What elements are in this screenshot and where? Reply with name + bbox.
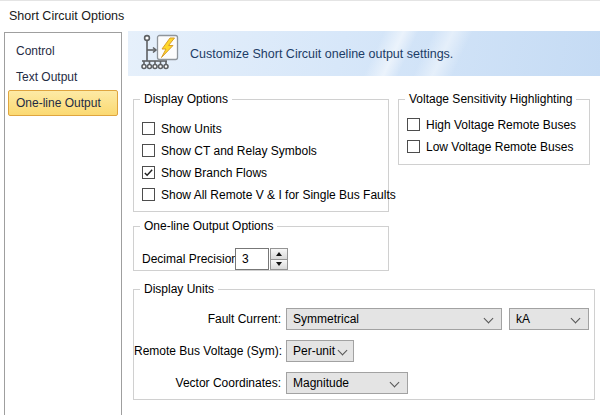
show-all-remote-checkbox[interactable] <box>142 188 155 201</box>
group-title: Display Options <box>140 92 232 106</box>
checkbox-row-show-all-remote: Show All Remote V & I for Single Bus Fau… <box>142 188 396 201</box>
up-arrow-icon <box>276 252 282 256</box>
oneline-output-options-group: One-line Output Options Decimal Precisio… <box>133 226 389 271</box>
display-options-group: Display Options Show Units Show CT and R… <box>133 99 389 212</box>
checkbox-label: Show Units <box>161 122 222 136</box>
dialog-titlebar: Short Circuit Options <box>0 1 600 31</box>
short-circuit-options-dialog: Short Circuit Options Control Text Outpu… <box>0 0 600 415</box>
header-banner: Customize Short Circuit oneline output s… <box>128 31 600 76</box>
group-title: Voltage Sensitivity Highlighting <box>405 92 576 106</box>
dialog-title: Short Circuit Options <box>9 9 124 23</box>
checkbox-label: Low Voltage Remote Buses <box>426 140 573 154</box>
sidebar-item-label: Text Output <box>16 70 77 84</box>
dropdown-value: Per-unit <box>293 344 335 358</box>
decimal-precision-input[interactable] <box>235 248 269 270</box>
decimal-precision-label: Decimal Precision: <box>142 252 241 266</box>
dropdown-value: Symmetrical <box>293 312 359 326</box>
show-branch-flows-checkbox[interactable] <box>142 166 155 179</box>
remote-bus-voltage-dropdown[interactable]: Per-unit <box>286 340 354 362</box>
oneline-lightning-icon <box>140 34 182 74</box>
checkbox-label: High Voltage Remote Buses <box>426 118 576 132</box>
checkbox-row-low-voltage: Low Voltage Remote Buses <box>407 140 576 153</box>
checkbox-row-show-ct-relay: Show CT and Relay Symbols <box>142 144 396 157</box>
fault-current-label: Fault Current: <box>134 308 281 330</box>
checkbox-row-show-branch-flows: Show Branch Flows <box>142 166 396 179</box>
show-units-checkbox[interactable] <box>142 122 155 135</box>
sidebar-item-text-output[interactable]: Text Output <box>8 64 118 90</box>
fault-current-dropdown[interactable]: Symmetrical <box>286 308 502 330</box>
fault-current-unit-dropdown[interactable]: kA <box>509 308 589 330</box>
group-title: Display Units <box>140 282 218 296</box>
remote-bus-voltage-label: Remote Bus Voltage (Sym): <box>134 340 281 362</box>
decimal-precision-spinner <box>235 248 288 270</box>
show-ct-relay-checkbox[interactable] <box>142 144 155 157</box>
spin-down-button[interactable] <box>270 259 288 271</box>
checkbox-label: Show CT and Relay Symbols <box>161 144 317 158</box>
high-voltage-remote-buses-checkbox[interactable] <box>407 118 420 131</box>
sidebar-item-control[interactable]: Control <box>8 38 118 64</box>
checkbox-label: Show Branch Flows <box>161 166 267 180</box>
spin-buttons <box>270 248 288 270</box>
dropdown-value: kA <box>516 312 530 326</box>
low-voltage-remote-buses-checkbox[interactable] <box>407 140 420 153</box>
vector-coordinates-label: Vector Coordinates: <box>134 372 281 394</box>
banner-description: Customize Short Circuit oneline output s… <box>190 47 453 61</box>
category-sidebar: Control Text Output One-line Output <box>4 32 122 415</box>
group-title: One-line Output Options <box>140 219 277 233</box>
checkbox-row-high-voltage: High Voltage Remote Buses <box>407 118 576 131</box>
voltage-sensitivity-group: Voltage Sensitivity Highlighting High Vo… <box>398 99 590 165</box>
vector-coordinates-dropdown[interactable]: Magnitude <box>286 372 408 394</box>
checkbox-row-show-units: Show Units <box>142 122 396 135</box>
display-units-group: Display Units Fault Current: Symmetrical… <box>133 289 595 400</box>
sidebar-item-one-line-output[interactable]: One-line Output <box>8 90 118 116</box>
sidebar-item-label: One-line Output <box>16 96 101 110</box>
down-arrow-icon <box>276 262 282 266</box>
checkbox-label: Show All Remote V & I for Single Bus Fau… <box>161 188 396 202</box>
sidebar-item-label: Control <box>16 44 55 58</box>
dropdown-value: Magnitude <box>293 376 349 390</box>
